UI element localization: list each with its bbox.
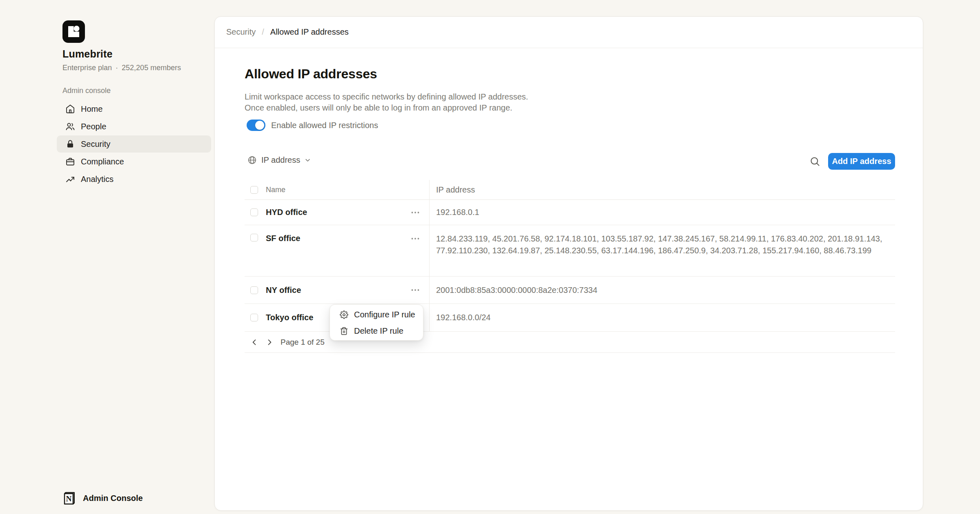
sidebar-item-people[interactable]: People xyxy=(57,118,211,135)
table-row: NY office 2001:0db8:85a3:0000:0000:8a2e:… xyxy=(245,277,895,304)
row-ip-value: 12.84.233.119, 45.201.76.58, 92.174.18.1… xyxy=(436,233,895,257)
menu-item-label: Delete IP rule xyxy=(354,326,403,336)
description-line-1: Limit workspace access to specific netwo… xyxy=(245,92,528,101)
lumebrite-logo-glyph xyxy=(62,20,85,43)
column-header-ip-address: IP address xyxy=(436,184,475,196)
pagination-label: Page 1 of 25 xyxy=(281,338,325,347)
sidebar-item-analytics[interactable]: Analytics xyxy=(57,171,211,188)
select-all-checkbox[interactable] xyxy=(250,186,258,194)
row-ip-value: 192.168.0.0/24 xyxy=(436,312,490,323)
row-name: SF office xyxy=(266,234,300,243)
sidebar: Lumebrite Enterprise plan · 252,205 memb… xyxy=(0,0,214,514)
notion-logo-icon: N xyxy=(61,491,76,506)
row-actions-ellipsis-icon[interactable] xyxy=(410,208,420,217)
row-checkbox[interactable] xyxy=(250,234,258,241)
search-button[interactable] xyxy=(809,156,822,168)
trash-icon xyxy=(340,327,348,335)
row-ip-value: 2001:0db8:85a3:0000:0000:8a2e:0370:7334 xyxy=(436,284,597,296)
sidebar-item-label: Analytics xyxy=(81,175,114,184)
sidebar-section-label: Admin console xyxy=(62,86,111,95)
search-icon xyxy=(809,156,820,167)
toggle-row: Enable allowed IP restrictions xyxy=(247,120,378,131)
chart-icon xyxy=(65,174,75,184)
menu-item-configure-ip-rule[interactable]: Configure IP rule xyxy=(330,306,423,323)
workspace-meta: Enterprise plan · 252,205 members xyxy=(62,64,181,72)
row-checkbox[interactable] xyxy=(250,286,258,294)
breadcrumb: Security / Allowed IP addresses xyxy=(226,16,349,48)
workspace-member-count: 252,205 members xyxy=(122,64,181,72)
context-menu: Configure IP rule Delete IP rule xyxy=(330,304,423,341)
gear-icon xyxy=(340,310,348,319)
row-ip-value: 192.168.0.1 xyxy=(436,206,479,218)
breadcrumb-separator: / xyxy=(262,27,264,37)
people-icon xyxy=(65,122,75,131)
page-description: Limit workspace access to specific netwo… xyxy=(245,91,528,113)
sidebar-item-label: People xyxy=(81,122,106,131)
svg-text:N: N xyxy=(66,494,72,503)
page-next-button[interactable] xyxy=(265,338,274,346)
filter-label: IP address xyxy=(261,155,300,165)
breadcrumb-current: Allowed IP addresses xyxy=(270,27,349,37)
globe-icon xyxy=(247,155,257,165)
sidebar-footer-label: Admin Console xyxy=(83,494,143,503)
workspace-name: Lumebrite xyxy=(62,48,113,60)
table-header-row: Name IP address xyxy=(245,180,895,200)
sidebar-item-label: Compliance xyxy=(81,157,124,166)
row-actions-ellipsis-icon[interactable] xyxy=(410,234,420,244)
row-name: HYD office xyxy=(266,208,307,217)
sidebar-item-home[interactable]: Home xyxy=(57,100,211,117)
page-title: Allowed IP addresses xyxy=(245,66,377,82)
description-line-2: Once enabled, users will only be able to… xyxy=(245,103,512,112)
add-ip-address-button[interactable]: Add IP address xyxy=(828,153,895,170)
table-row: SF office 12.84.233.119, 45.201.76.58, 9… xyxy=(245,225,895,277)
sidebar-nav: Home People Security Complian xyxy=(57,100,211,188)
workspace-plan: Enterprise plan xyxy=(62,64,112,72)
menu-item-label: Configure IP rule xyxy=(354,310,415,319)
workspace-logo-icon[interactable] xyxy=(62,20,85,43)
table-column-divider xyxy=(429,180,430,332)
ip-address-filter-dropdown[interactable]: IP address xyxy=(247,155,311,165)
toggle-knob xyxy=(255,121,264,130)
meta-dot-separator: · xyxy=(116,64,118,72)
row-checkbox[interactable] xyxy=(250,314,258,321)
breadcrumb-divider xyxy=(215,48,923,48)
breadcrumb-parent[interactable]: Security xyxy=(226,27,256,37)
row-name: NY office xyxy=(266,286,301,295)
home-icon xyxy=(65,104,75,114)
page-previous-button[interactable] xyxy=(250,338,258,346)
row-name: Tokyo office xyxy=(266,313,313,322)
briefcase-icon xyxy=(65,157,75,166)
menu-item-delete-ip-rule[interactable]: Delete IP rule xyxy=(330,323,423,339)
toggle-label: Enable allowed IP restrictions xyxy=(271,121,378,130)
sidebar-item-compliance[interactable]: Compliance xyxy=(57,153,211,170)
sidebar-item-security[interactable]: Security xyxy=(57,135,211,153)
lock-icon xyxy=(65,139,75,149)
ip-restrictions-toggle[interactable] xyxy=(247,120,265,131)
sidebar-item-label: Security xyxy=(81,140,110,149)
column-header-name: Name xyxy=(266,186,285,194)
table-row: HYD office 192.168.0.1 xyxy=(245,200,895,225)
sidebar-footer[interactable]: N Admin Console xyxy=(61,491,143,506)
sidebar-item-label: Home xyxy=(81,104,102,114)
chevron-down-icon xyxy=(305,157,311,163)
row-checkbox[interactable] xyxy=(250,208,258,216)
row-actions-ellipsis-icon[interactable] xyxy=(410,285,420,295)
